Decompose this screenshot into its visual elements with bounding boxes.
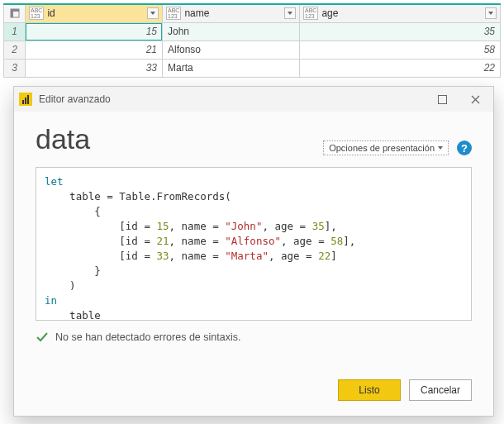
cell-name[interactable]: Marta — [163, 59, 300, 77]
preview-table: ABC123 id ABC123 name ABC123 age — [3, 3, 501, 78]
column-header-id[interactable]: ABC123 id — [26, 4, 163, 22]
column-filter-dropdown[interactable] — [485, 7, 497, 19]
table-row[interactable]: 1 15 John 35 — [4, 22, 501, 40]
table-corner-icon[interactable] — [4, 4, 26, 22]
table-row[interactable]: 2 21 Alfonso 58 — [4, 40, 501, 59]
cancel-button[interactable]: Cancelar — [409, 379, 472, 401]
window-close-icon[interactable] — [459, 87, 492, 112]
row-index: 2 — [4, 40, 26, 59]
cell-age[interactable]: 58 — [300, 40, 501, 59]
syntax-status-text: No se han detectado errores de sintaxis. — [55, 331, 240, 343]
column-filter-dropdown[interactable] — [147, 7, 159, 19]
dialog-titlebar[interactable]: Editor avanzado — [14, 87, 493, 112]
cell-id[interactable]: 33 — [26, 59, 163, 77]
table-row[interactable]: 3 33 Marta 22 — [4, 59, 501, 77]
cell-name[interactable]: Alfonso — [163, 40, 300, 59]
cell-age[interactable]: 22 — [300, 59, 501, 77]
type-any-icon: ABC123 — [303, 7, 318, 20]
cell-id[interactable]: 15 — [26, 22, 163, 40]
svg-rect-3 — [438, 95, 446, 103]
check-icon — [36, 331, 49, 344]
done-button[interactable]: Listo — [338, 379, 401, 401]
column-name: id — [47, 7, 144, 19]
column-header-age[interactable]: ABC123 age — [300, 4, 501, 22]
syntax-status: No se han detectado errores de sintaxis. — [36, 331, 472, 344]
column-header-name[interactable]: ABC123 name — [163, 4, 300, 22]
column-filter-dropdown[interactable] — [284, 7, 296, 19]
display-options-dropdown[interactable]: Opciones de presentación — [323, 141, 449, 155]
cell-name[interactable]: John — [163, 22, 300, 40]
advanced-editor-dialog: Editor avanzado data Opciones de present… — [13, 86, 494, 417]
cell-id[interactable]: 21 — [26, 40, 163, 59]
column-name: name — [184, 7, 281, 19]
type-any-icon: ABC123 — [166, 7, 181, 20]
window-maximize-icon[interactable] — [426, 87, 459, 112]
column-name: age — [321, 7, 482, 19]
row-index: 3 — [4, 59, 26, 77]
type-any-icon: ABC123 — [29, 7, 44, 20]
help-icon[interactable]: ? — [457, 141, 472, 155]
code-editor[interactable]: let table = Table.FromRecords( { [id = 1… — [36, 167, 472, 321]
row-index: 1 — [4, 22, 26, 40]
query-name: data — [36, 123, 90, 155]
cell-age[interactable]: 35 — [300, 22, 501, 40]
powerbi-logo-icon — [19, 93, 32, 106]
svg-rect-2 — [11, 9, 13, 17]
dialog-title: Editor avanzado — [39, 93, 426, 105]
